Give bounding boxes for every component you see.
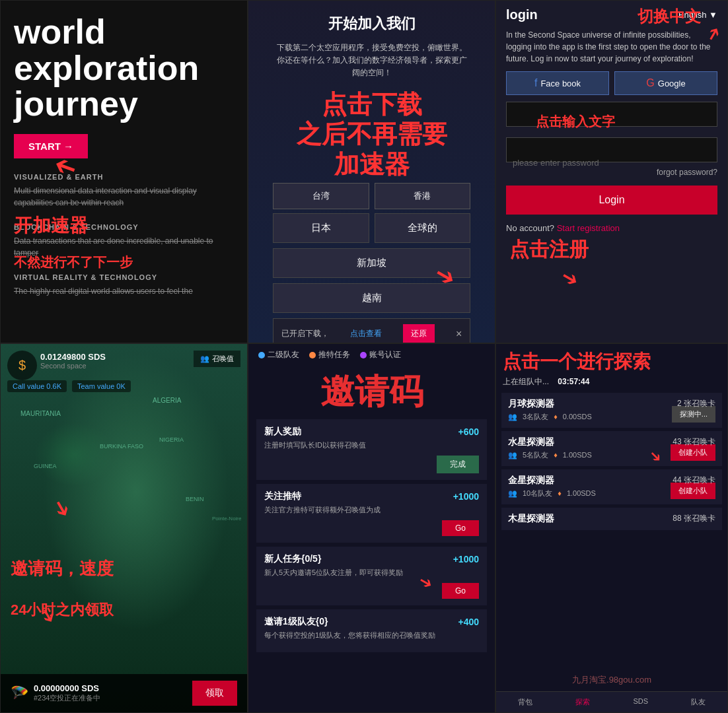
cell-explorer: 点击一个进行探索 上在组队中... 03:57:44 月球探测器 👥 3名队友 … bbox=[495, 343, 728, 713]
moon-friends: 3名队友 bbox=[523, 412, 548, 422]
nav-teammates[interactable]: 队友 bbox=[670, 692, 728, 712]
map-label-mauritania: MAURITANIA bbox=[20, 410, 61, 417]
mercury-count: 43 张召唤卡 bbox=[671, 436, 715, 448]
forgot-password-link[interactable]: forgot password? bbox=[496, 168, 727, 177]
register-arrow-icon: ➔ bbox=[558, 264, 583, 292]
invite-text: 邀请码，速度 bbox=[11, 558, 114, 580]
nav-sds[interactable]: SDS bbox=[612, 692, 670, 712]
explorer-item-venus[interactable]: 金星探测器 👥 10名队友 ♦ 1.00SDS 44 张召唤卡 创建小队 bbox=[501, 469, 722, 504]
map-label-benin: BENIN bbox=[186, 496, 204, 502]
task2-points: +1000 bbox=[453, 491, 479, 502]
parachute-icon: 🪂 bbox=[11, 685, 28, 702]
main-title: world exploration journey bbox=[14, 14, 234, 122]
bottom-reward-bar: 🪂 0.00000000 SDS #234空投正在准备中 领取 bbox=[1, 674, 247, 712]
download-link[interactable]: 点击查看 bbox=[350, 328, 382, 339]
google-icon: G bbox=[646, 77, 654, 89]
map-label-algeria: ALGERIA bbox=[153, 397, 181, 404]
login-description: In the Second Space universe of infinite… bbox=[496, 29, 727, 65]
timer-value: 03:57:44 bbox=[558, 377, 589, 386]
legend-dot-friends bbox=[258, 352, 265, 358]
password-input[interactable] bbox=[506, 137, 717, 162]
task-invite-friends: 邀请1级队友{0} +400 每个获得空投的1级队友，您将获得相应的召唤值奖励 bbox=[256, 609, 487, 652]
task4-name: 邀请1级队友{0} bbox=[264, 616, 328, 628]
close-button[interactable]: × bbox=[456, 328, 462, 340]
google-button[interactable]: G Google bbox=[614, 71, 717, 95]
start-button[interactable]: START → bbox=[14, 134, 88, 158]
login-title: login bbox=[506, 7, 538, 22]
explorer-item-jupiter[interactable]: 木星探测器 88 张召唤卡 bbox=[501, 508, 722, 530]
cell-download-dialog: 开始加入我们 下载第二个太空应用程序，接受免费空投，俯瞰世界。你还在等什么？加入… bbox=[248, 0, 495, 343]
explorer-item-mercury[interactable]: 水星探测器 👥 5名队友 ♦ 1.00SDS 43 张召唤卡 创建小队 ➔ bbox=[501, 431, 722, 466]
section1-desc: Multi-dimensional data interaction and v… bbox=[14, 185, 234, 209]
team-value-badge: Team value 0K bbox=[72, 380, 131, 392]
call-team-btn[interactable]: 👥 召唤值 bbox=[194, 351, 240, 367]
jupiter-title: 木星探测器 bbox=[508, 513, 554, 525]
region-taiwan[interactable]: 台湾 bbox=[273, 183, 369, 209]
moon-count: 2 张召唤卡 bbox=[672, 398, 715, 409]
cell-login: login English ▼ In the Second Space univ… bbox=[495, 0, 728, 343]
nav-explore[interactable]: 探索 bbox=[554, 692, 612, 712]
mercury-sds-icon: ♦ bbox=[554, 451, 558, 459]
task3-button[interactable]: Go bbox=[442, 583, 479, 599]
click-input-text: 点击输入文字 bbox=[536, 113, 615, 131]
sds-sub: Second space bbox=[40, 362, 106, 370]
watermark: 九月淘宝.98gou.com bbox=[572, 674, 651, 686]
venus-friends: 10名队友 bbox=[523, 489, 552, 498]
task1-button[interactable]: 完成 bbox=[437, 456, 479, 473]
start-registration-link[interactable]: Start registration bbox=[557, 223, 620, 233]
mercury-sds: 1.00SDS bbox=[563, 451, 592, 459]
map-label-guinea: GUINEA bbox=[34, 463, 57, 469]
no-account-text: No account? bbox=[506, 223, 554, 233]
venus-sds: 1.00SDS bbox=[567, 489, 596, 497]
task1-desc: 注册时填写队长ID以获得召唤值 bbox=[264, 440, 479, 450]
region-global-button[interactable]: 全球的 bbox=[375, 213, 471, 243]
bottom-navigation: 背包 探索 SDS 队友 bbox=[496, 691, 727, 712]
region-hongkong[interactable]: 香港 bbox=[375, 183, 471, 209]
explorer-header: 点击一个进行探索 bbox=[496, 344, 727, 376]
task2-name: 关注推特 bbox=[264, 491, 301, 502]
sds-info: 0.01249800 SDS Second space bbox=[40, 352, 106, 370]
click-register-text: 点击注册 bbox=[509, 236, 589, 263]
map-label-pointe: Pointe-Noire bbox=[212, 516, 241, 522]
legend-account: 账号认证 bbox=[360, 349, 401, 360]
map-label-nigeria: NIGERIA bbox=[159, 436, 184, 443]
switch-chinese-text: 切换中文 bbox=[637, 6, 701, 27]
lingqu-button[interactable]: 领取 bbox=[192, 681, 237, 706]
cell-map: MAURITANIA GUINEA BURKINA FASO NIGERIA A… bbox=[0, 343, 248, 713]
login-button[interactable]: Login bbox=[506, 186, 717, 215]
timer-row: 上在组队中... 03:57:44 bbox=[496, 376, 727, 388]
legend-dot-account bbox=[360, 352, 367, 358]
map-label-burkina: BURKINA FASO bbox=[100, 443, 143, 450]
reward-amount: 0.00000000 SDS bbox=[34, 683, 100, 693]
section3-title: VIRTUAL REALITY & TECHNOLOGY bbox=[14, 273, 234, 281]
explorer-item-moon[interactable]: 月球探测器 👥 3名队友 ♦ 0.00SDS 2 张召唤卡 探测中... bbox=[501, 393, 722, 428]
task4-points: +400 bbox=[458, 617, 479, 627]
facebook-icon: f bbox=[534, 77, 537, 89]
task1-points: +600 bbox=[458, 426, 479, 437]
task4-desc: 每个获得空投的1级队友，您将获得相应的召唤值奖励 bbox=[264, 630, 479, 640]
huanfu-button[interactable]: 还原 bbox=[403, 324, 435, 343]
venus-sds-icon: ♦ bbox=[558, 489, 562, 497]
coin-icon: $ bbox=[7, 351, 37, 380]
section3-desc: The highly real digital world allows use… bbox=[14, 285, 234, 297]
task3-desc: 新人5天内邀请5位队友注册，即可获得奖励 bbox=[264, 568, 479, 578]
section1-title: VISUALIZED & EARTH bbox=[14, 173, 234, 181]
region-japan-button[interactable]: 日本 bbox=[273, 213, 369, 243]
cell-tasks: 二级队友 推特任务 账号认证 邀请码 新人奖励 +600 注册时填写队长ID以获… bbox=[248, 343, 495, 713]
task2-button[interactable]: Go bbox=[442, 520, 479, 536]
moon-sds: 0.00SDS bbox=[563, 413, 592, 421]
click-download-text: 点击下载 之后不再需要 加速器 bbox=[297, 90, 447, 180]
nav-backpack[interactable]: 背包 bbox=[496, 692, 554, 712]
mercury-friends-icon: 👥 bbox=[508, 451, 517, 459]
venus-count: 44 张召唤卡 bbox=[671, 475, 715, 486]
venus-title: 金星探测器 bbox=[508, 475, 596, 487]
legend-friends: 二级队友 bbox=[258, 349, 299, 360]
summon-icon: 👥 bbox=[200, 355, 209, 363]
jupiter-count: 88 张召唤卡 bbox=[673, 513, 715, 524]
sds-amount: 0.01249800 SDS bbox=[40, 352, 106, 362]
hours-text: 24小时之内领取 bbox=[11, 600, 114, 620]
facebook-button[interactable]: f Face book bbox=[506, 71, 609, 95]
red-label-warning: 不然进行不了下一步 bbox=[14, 254, 133, 270]
call-value-badge: Call value 0.6K bbox=[7, 380, 67, 392]
task-new-reward: 新人奖励 +600 注册时填写队长ID以获得召唤值 完成 bbox=[256, 419, 487, 480]
